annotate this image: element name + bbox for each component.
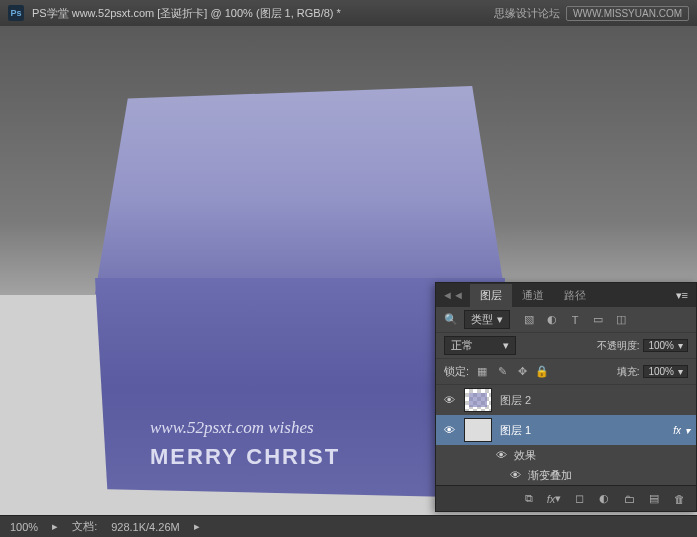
filter-pixel-icon[interactable]: ▧ (522, 313, 536, 327)
gradient-overlay-label: 渐变叠加 (528, 468, 572, 483)
layer-thumbnail[interactable] (464, 418, 492, 442)
card-text-merry: MERRY CHRIST (150, 444, 465, 470)
layer-thumbnail[interactable] (464, 388, 492, 412)
visibility-icon[interactable]: 👁 (442, 424, 456, 436)
effect-item[interactable]: 👁 渐变叠加 (436, 465, 696, 485)
fill-label: 填充: (617, 365, 640, 379)
layer-fx-badge[interactable]: fx ▾ (673, 425, 690, 436)
filter-smart-icon[interactable]: ◫ (614, 313, 628, 327)
adjustment-layer-icon[interactable]: ◐ (597, 492, 611, 506)
chevron-down-icon: ▾ (685, 425, 690, 436)
filter-type-select[interactable]: 类型 ▾ (464, 310, 510, 329)
lock-brush-icon[interactable]: ✎ (495, 365, 509, 379)
watermark: 思缘设计论坛 WWW.MISSYUAN.COM (494, 6, 689, 21)
delete-layer-icon[interactable]: 🗑 (672, 492, 686, 506)
tab-layers[interactable]: 图层 (470, 284, 512, 307)
ps-logo-icon: Ps (8, 5, 24, 21)
layer-row[interactable]: 👁 图层 1 fx ▾ (436, 415, 696, 445)
layer-row[interactable]: 👁 图层 2 (436, 385, 696, 415)
panel-bottom-toolbar: ⧉ fx▾ ◻ ◐ 🗀 ▤ 🗑 (436, 485, 696, 511)
search-icon[interactable]: 🔍 (444, 313, 458, 327)
blend-row: 正常 ▾ 不透明度: 100% ▾ (436, 333, 696, 359)
filter-type-label: 类型 (471, 312, 493, 327)
layer-mask-icon[interactable]: ◻ (572, 492, 586, 506)
opacity-value: 100% (648, 340, 674, 351)
panel-menu-icon[interactable]: ▾≡ (668, 289, 696, 302)
tab-paths[interactable]: 路径 (554, 284, 596, 307)
effects-label: 效果 (514, 448, 536, 463)
panel-tabs: ◄◄ 图层 通道 路径 ▾≡ (436, 283, 696, 307)
status-menu-icon[interactable]: ▸ (194, 520, 200, 533)
chevron-down-icon: ▾ (497, 313, 503, 326)
fx-label: fx (673, 425, 681, 436)
layer-name[interactable]: 图层 1 (500, 423, 531, 438)
blend-mode-value: 正常 (451, 338, 473, 353)
doc-size: 928.1K/4.26M (111, 521, 180, 533)
lock-all-icon[interactable]: 🔒 (535, 365, 549, 379)
watermark-url: WWW.MISSYUAN.COM (566, 6, 689, 21)
fill-value: 100% (648, 366, 674, 377)
doc-label: 文档: (72, 519, 97, 534)
document-title: PS学堂 www.52psxt.com [圣诞折卡] @ 100% (图层 1,… (32, 6, 341, 21)
lock-row: 锁定: ▦ ✎ ✥ 🔒 填充: 100% ▾ (436, 359, 696, 385)
status-bar: 100% ▸ 文档: 928.1K/4.26M ▸ (0, 515, 697, 537)
lock-position-icon[interactable]: ✥ (515, 365, 529, 379)
link-layers-icon[interactable]: ⧉ (522, 492, 536, 506)
filter-type-icon[interactable]: T (568, 313, 582, 327)
opacity-label: 不透明度: (597, 339, 640, 353)
layer-style-icon[interactable]: fx▾ (547, 492, 561, 506)
new-layer-icon[interactable]: ▤ (647, 492, 661, 506)
card-back-panel (95, 86, 505, 294)
chevron-down-icon: ▾ (678, 366, 683, 377)
blend-mode-select[interactable]: 正常 ▾ (444, 336, 516, 355)
group-icon[interactable]: 🗀 (622, 492, 636, 506)
collapse-arrows-icon[interactable]: ◄◄ (436, 289, 470, 301)
card-text-wishes: www.52psxt.com wishes (150, 418, 465, 438)
effects-row[interactable]: 👁 效果 (436, 445, 696, 465)
title-bar: Ps PS学堂 www.52psxt.com [圣诞折卡] @ 100% (图层… (0, 0, 697, 26)
lock-transparent-icon[interactable]: ▦ (475, 365, 489, 379)
layer-list: 👁 图层 2 👁 图层 1 fx ▾ 👁 效果 👁 渐变叠加 (436, 385, 696, 485)
filter-row: 🔍 类型 ▾ ▧ ◐ T ▭ ◫ (436, 307, 696, 333)
watermark-text: 思缘设计论坛 (494, 6, 560, 21)
chevron-down-icon: ▾ (503, 339, 509, 352)
layers-panel: ◄◄ 图层 通道 路径 ▾≡ 🔍 类型 ▾ ▧ ◐ T ▭ ◫ 正常 ▾ 不透明… (435, 282, 697, 512)
filter-adjust-icon[interactable]: ◐ (545, 313, 559, 327)
zoom-level[interactable]: 100% (10, 521, 38, 533)
chevron-down-icon: ▾ (678, 340, 683, 351)
visibility-icon[interactable]: 👁 (508, 469, 522, 481)
lock-label: 锁定: (444, 364, 469, 379)
layer-name[interactable]: 图层 2 (500, 393, 531, 408)
visibility-icon[interactable]: 👁 (442, 394, 456, 406)
tab-channels[interactable]: 通道 (512, 284, 554, 307)
status-arrow-icon[interactable]: ▸ (52, 520, 58, 533)
opacity-input[interactable]: 100% ▾ (643, 339, 688, 352)
fill-input[interactable]: 100% ▾ (643, 365, 688, 378)
visibility-icon[interactable]: 👁 (494, 449, 508, 461)
filter-shape-icon[interactable]: ▭ (591, 313, 605, 327)
